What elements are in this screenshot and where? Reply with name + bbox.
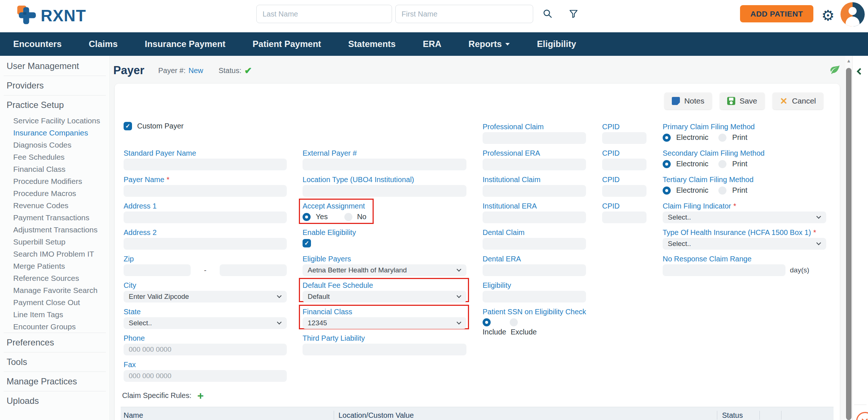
payer-number-value[interactable]: New: [188, 66, 203, 75]
no-response-claim-range-field: No Response Claim Range day(s): [663, 254, 826, 276]
sidebar-item-user-management[interactable]: User Management: [0, 57, 110, 76]
sidebar-item-manage-favorite-search[interactable]: Manage Favorite Search: [0, 284, 110, 296]
dental-era-input[interactable]: [483, 264, 586, 276]
sidebar-item-line-item-tags[interactable]: Line Item Tags: [0, 308, 110, 321]
collapse-chevron-left-icon[interactable]: [857, 68, 863, 75]
primary-print-radio[interactable]: [718, 134, 726, 142]
professional-era-input[interactable]: [483, 159, 586, 170]
sidebar-item-uploads[interactable]: Uploads: [0, 391, 110, 410]
accept-assignment-no-radio[interactable]: [344, 213, 352, 221]
nav-encounters[interactable]: Encounters: [13, 39, 62, 49]
accept-assignment-yes-radio[interactable]: [303, 213, 311, 221]
zip-input-2[interactable]: [220, 264, 287, 276]
phone-input[interactable]: [124, 344, 287, 355]
rxnt-logo[interactable]: RXNT: [17, 5, 86, 27]
sidebar-item-revenue-codes[interactable]: Revenue Codes: [0, 199, 110, 211]
sidebar-item-financial-class[interactable]: Financial Class: [0, 163, 110, 175]
sidebar-item-manage-practices[interactable]: Manage Practices: [0, 372, 110, 391]
sidebar-item-diagnosis-codes[interactable]: Diagnosis Codes: [0, 139, 110, 151]
sidebar-item-adjustment-transactions[interactable]: Adjustment Transactions: [0, 224, 110, 236]
institutional-claim-input[interactable]: [483, 185, 586, 197]
nav-era[interactable]: ERA: [423, 39, 442, 49]
sidebar-item-insurance-companies[interactable]: Insurance Companies: [0, 127, 110, 139]
sidebar-item-superbill-setup[interactable]: Superbill Setup: [0, 236, 110, 248]
city-select[interactable]: Enter Valid Zipcode: [124, 291, 287, 303]
sidebar-item-procedure-modifiers[interactable]: Procedure Modifiers: [0, 175, 110, 187]
sidebar-item-payment-transactions[interactable]: Payment Transactions: [0, 211, 110, 224]
nav-insurance-payment[interactable]: Insurance Payment: [145, 39, 226, 49]
address2-input[interactable]: [124, 238, 287, 250]
no-response-claim-range-input[interactable]: [663, 264, 785, 276]
address1-input[interactable]: [124, 211, 287, 223]
nav-patient-payment[interactable]: Patient Payment: [253, 39, 321, 49]
sidebar-item-search-imo-problem-it[interactable]: Search IMO Problem IT: [0, 248, 110, 260]
no-response-claim-range-label: No Response Claim Range: [663, 254, 826, 263]
dental-claim-input[interactable]: [483, 238, 586, 250]
fax-input[interactable]: [124, 370, 287, 382]
professional-claim-cpid-input[interactable]: [602, 132, 647, 144]
patient-ssn-exclude-radio[interactable]: [510, 318, 518, 326]
zip-input-1[interactable]: [124, 264, 191, 276]
third-party-liability-input[interactable]: [303, 344, 466, 355]
secondary-electronic-radio[interactable]: [663, 160, 671, 168]
sidebar-item-payment-close-out[interactable]: Payment Close Out: [0, 296, 110, 308]
last-name-input[interactable]: [256, 5, 392, 23]
external-payer-input[interactable]: [303, 159, 466, 170]
nav-eligibility[interactable]: Eligibility: [537, 39, 576, 49]
tertiary-print-radio[interactable]: [718, 187, 726, 195]
institutional-era-input[interactable]: [483, 211, 586, 223]
scrollbar-up-arrow[interactable]: ▲: [845, 58, 852, 64]
search-icon[interactable]: [543, 9, 553, 21]
eligibility-input[interactable]: [483, 291, 586, 303]
sidebar-item-tools[interactable]: Tools: [0, 352, 110, 372]
gear-icon[interactable]: ⚙: [821, 6, 835, 25]
nav-reports[interactable]: Reports: [469, 39, 510, 49]
nav-claims[interactable]: Claims: [89, 39, 118, 49]
institutional-era-cpid-input[interactable]: [602, 211, 647, 223]
add-patient-button[interactable]: ADD PATIENT: [740, 5, 813, 22]
avatar[interactable]: [840, 2, 865, 26]
secondary-electronic-label: Electronic: [676, 160, 708, 168]
enable-eligibility-checkbox[interactable]: ✓: [303, 239, 311, 247]
claim-filing-indicator-value: Select..: [668, 213, 691, 221]
professional-claim-input[interactable]: [483, 132, 586, 144]
filter-icon[interactable]: [569, 9, 578, 20]
institutional-claim-cpid-input[interactable]: [602, 185, 647, 197]
sidebar-item-reference-sources[interactable]: Reference Sources: [0, 272, 110, 284]
patient-ssn-include-radio[interactable]: [483, 318, 491, 326]
eligible-payers-select[interactable]: Aetna Better Health of Maryland: [303, 264, 466, 276]
sidebar-item-merge-patients[interactable]: Merge Patients: [0, 260, 110, 272]
sidebar-item-service-facility-locations[interactable]: Service Facility Locations: [0, 115, 110, 127]
type-of-health-insurance-select[interactable]: Select..: [663, 238, 826, 250]
main-content: Payer Payer #: New Status: ✔ ▲: [110, 56, 868, 420]
sidebar-item-preferences[interactable]: Preferences: [0, 333, 110, 352]
secondary-print-radio[interactable]: [718, 160, 726, 168]
scroll-down-fab[interactable]: [856, 412, 868, 420]
primary-electronic-radio[interactable]: [663, 134, 671, 142]
scrollbar-thumb[interactable]: [846, 68, 851, 420]
sidebar-item-procedure-macros[interactable]: Procedure Macros: [0, 187, 110, 199]
accept-assignment-yes-label: Yes: [316, 213, 328, 221]
sidebar-item-providers[interactable]: Providers: [0, 76, 110, 95]
professional-era-cpid-input[interactable]: [602, 159, 647, 170]
sidebar-item-encounter-groups[interactable]: Encounter Groups: [0, 321, 110, 333]
leaf-icon[interactable]: [829, 64, 840, 76]
default-fee-schedule-select[interactable]: Default: [303, 291, 466, 303]
location-type-input[interactable]: [303, 185, 466, 197]
nav-statements[interactable]: Statements: [348, 39, 396, 49]
custom-payer-checkbox[interactable]: ✓: [124, 122, 132, 130]
eligible-payers-label: Eligible Payers: [303, 254, 466, 263]
standard-payer-name-input[interactable]: [124, 159, 287, 170]
zip-separator: -: [191, 266, 220, 275]
enable-eligibility-label: Enable Eligibility: [303, 228, 466, 237]
first-name-input[interactable]: [395, 5, 533, 23]
tertiary-electronic-radio[interactable]: [663, 187, 671, 195]
state-select[interactable]: Select..: [124, 317, 287, 329]
accept-assignment-label: Accept Assignment: [303, 202, 466, 210]
claim-filing-indicator-select[interactable]: Select..: [663, 211, 826, 223]
payer-name-input[interactable]: [124, 185, 287, 197]
financial-class-select[interactable]: 12345: [303, 317, 466, 329]
add-rule-plus-icon[interactable]: +: [197, 392, 204, 400]
sidebar-item-practice-setup[interactable]: Practice Setup: [0, 95, 110, 115]
sidebar-item-fee-schedules[interactable]: Fee Schedules: [0, 151, 110, 163]
